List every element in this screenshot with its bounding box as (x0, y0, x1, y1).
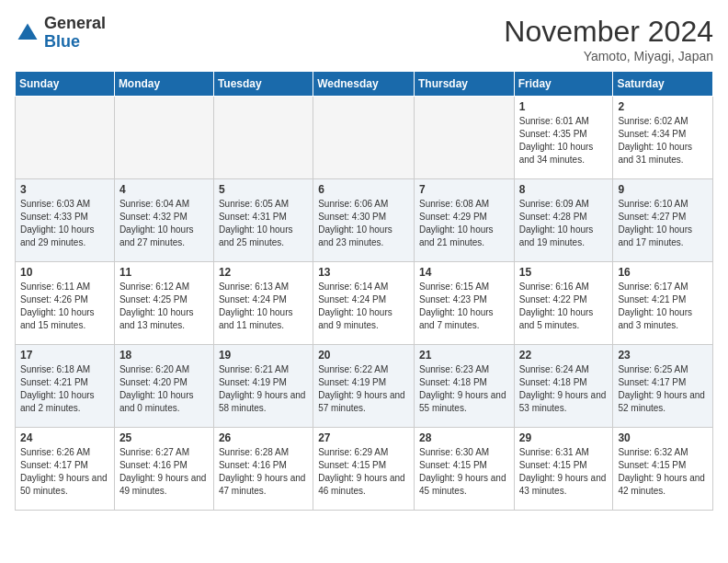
day-cell: 16Sunrise: 6:17 AMSunset: 4:21 PMDayligh… (613, 262, 713, 345)
day-cell: 12Sunrise: 6:13 AMSunset: 4:24 PMDayligh… (213, 262, 313, 345)
day-cell: 20Sunrise: 6:22 AMSunset: 4:19 PMDayligh… (313, 345, 415, 428)
day-cell: 2Sunrise: 6:02 AMSunset: 4:34 PMDaylight… (613, 97, 713, 179)
day-cell: 25Sunrise: 6:27 AMSunset: 4:16 PMDayligh… (114, 428, 213, 511)
day-number: 16 (618, 266, 708, 279)
day-cell: 24Sunrise: 6:26 AMSunset: 4:17 PMDayligh… (16, 428, 115, 511)
day-cell: 15Sunrise: 6:16 AMSunset: 4:22 PMDayligh… (514, 262, 613, 345)
day-info: Sunrise: 6:09 AMSunset: 4:28 PMDaylight:… (519, 198, 609, 249)
day-cell: 27Sunrise: 6:29 AMSunset: 4:15 PMDayligh… (313, 428, 415, 511)
day-cell: 6Sunrise: 6:06 AMSunset: 4:30 PMDaylight… (313, 179, 415, 262)
day-info: Sunrise: 6:17 AMSunset: 4:21 PMDaylight:… (618, 281, 708, 332)
day-info: Sunrise: 6:29 AMSunset: 4:15 PMDaylight:… (318, 446, 409, 498)
day-number: 26 (219, 431, 308, 444)
day-cell: 29Sunrise: 6:31 AMSunset: 4:15 PMDayligh… (514, 428, 613, 511)
day-number: 1 (519, 100, 609, 113)
day-info: Sunrise: 6:26 AMSunset: 4:17 PMDaylight:… (20, 446, 109, 498)
day-cell: 21Sunrise: 6:23 AMSunset: 4:18 PMDayligh… (414, 345, 514, 428)
day-info: Sunrise: 6:01 AMSunset: 4:35 PMDaylight:… (519, 115, 609, 167)
day-cell: 1Sunrise: 6:01 AMSunset: 4:35 PMDaylight… (514, 97, 613, 179)
day-number: 24 (20, 431, 109, 444)
day-cell: 5Sunrise: 6:05 AMSunset: 4:31 PMDaylight… (213, 179, 313, 262)
day-info: Sunrise: 6:21 AMSunset: 4:19 PMDaylight:… (219, 363, 308, 415)
day-info: Sunrise: 6:28 AMSunset: 4:16 PMDaylight:… (219, 446, 308, 498)
day-info: Sunrise: 6:14 AMSunset: 4:24 PMDaylight:… (318, 281, 409, 332)
day-number: 20 (318, 349, 409, 362)
day-info: Sunrise: 6:10 AMSunset: 4:27 PMDaylight:… (618, 198, 708, 249)
day-info: Sunrise: 6:08 AMSunset: 4:29 PMDaylight:… (419, 198, 509, 249)
day-cell: 8Sunrise: 6:09 AMSunset: 4:28 PMDaylight… (514, 179, 613, 262)
day-number: 9 (618, 183, 708, 196)
day-cell: 11Sunrise: 6:12 AMSunset: 4:25 PMDayligh… (114, 262, 213, 345)
logo-icon (15, 20, 40, 46)
day-info: Sunrise: 6:15 AMSunset: 4:23 PMDaylight:… (419, 281, 509, 332)
month-title: November 2024 (504, 15, 713, 49)
day-info: Sunrise: 6:31 AMSunset: 4:15 PMDaylight:… (519, 446, 609, 498)
day-info: Sunrise: 6:27 AMSunset: 4:16 PMDaylight:… (119, 446, 209, 498)
day-cell (414, 97, 514, 179)
col-header-sunday: Sunday (16, 72, 115, 97)
day-cell: 18Sunrise: 6:20 AMSunset: 4:20 PMDayligh… (114, 345, 213, 428)
day-cell: 7Sunrise: 6:08 AMSunset: 4:29 PMDaylight… (414, 179, 514, 262)
day-number: 10 (20, 266, 109, 279)
logo-text: General Blue (44, 15, 106, 52)
col-header-friday: Friday (514, 72, 613, 97)
day-cell: 3Sunrise: 6:03 AMSunset: 4:33 PMDaylight… (16, 179, 115, 262)
day-number: 19 (219, 349, 308, 362)
header: General Blue November 2024 Yamoto, Miyag… (15, 15, 713, 63)
week-row-5: 24Sunrise: 6:26 AMSunset: 4:17 PMDayligh… (16, 428, 713, 511)
day-info: Sunrise: 6:12 AMSunset: 4:25 PMDaylight:… (119, 281, 209, 332)
col-header-monday: Monday (114, 72, 213, 97)
day-number: 29 (519, 431, 609, 444)
col-header-thursday: Thursday (414, 72, 514, 97)
week-row-3: 10Sunrise: 6:11 AMSunset: 4:26 PMDayligh… (16, 262, 713, 345)
day-number: 7 (419, 183, 509, 196)
day-number: 30 (618, 431, 708, 444)
calendar: SundayMondayTuesdayWednesdayThursdayFrid… (15, 71, 713, 511)
day-info: Sunrise: 6:16 AMSunset: 4:22 PMDaylight:… (519, 281, 609, 332)
day-info: Sunrise: 6:18 AMSunset: 4:21 PMDaylight:… (20, 363, 109, 415)
day-number: 8 (519, 183, 609, 196)
day-number: 17 (20, 349, 109, 362)
day-cell: 9Sunrise: 6:10 AMSunset: 4:27 PMDaylight… (613, 179, 713, 262)
header-row: SundayMondayTuesdayWednesdayThursdayFrid… (16, 72, 713, 97)
day-number: 25 (119, 431, 209, 444)
day-cell (16, 97, 115, 179)
col-header-wednesday: Wednesday (313, 72, 415, 97)
day-cell (114, 97, 213, 179)
day-number: 15 (519, 266, 609, 279)
day-cell (213, 97, 313, 179)
day-number: 5 (219, 183, 308, 196)
day-number: 22 (519, 349, 609, 362)
day-cell: 19Sunrise: 6:21 AMSunset: 4:19 PMDayligh… (213, 345, 313, 428)
day-info: Sunrise: 6:24 AMSunset: 4:18 PMDaylight:… (519, 363, 609, 415)
day-number: 18 (119, 349, 209, 362)
day-cell: 23Sunrise: 6:25 AMSunset: 4:17 PMDayligh… (613, 345, 713, 428)
day-info: Sunrise: 6:13 AMSunset: 4:24 PMDaylight:… (219, 281, 308, 332)
day-number: 23 (618, 349, 708, 362)
day-info: Sunrise: 6:30 AMSunset: 4:15 PMDaylight:… (419, 446, 509, 498)
day-cell: 10Sunrise: 6:11 AMSunset: 4:26 PMDayligh… (16, 262, 115, 345)
day-number: 21 (419, 349, 509, 362)
day-cell: 4Sunrise: 6:04 AMSunset: 4:32 PMDaylight… (114, 179, 213, 262)
day-cell: 28Sunrise: 6:30 AMSunset: 4:15 PMDayligh… (414, 428, 514, 511)
day-number: 11 (119, 266, 209, 279)
day-info: Sunrise: 6:20 AMSunset: 4:20 PMDaylight:… (119, 363, 209, 415)
week-row-4: 17Sunrise: 6:18 AMSunset: 4:21 PMDayligh… (16, 345, 713, 428)
col-header-saturday: Saturday (613, 72, 713, 97)
day-number: 13 (318, 266, 409, 279)
day-info: Sunrise: 6:03 AMSunset: 4:33 PMDaylight:… (20, 198, 109, 249)
day-info: Sunrise: 6:25 AMSunset: 4:17 PMDaylight:… (618, 363, 708, 415)
day-number: 2 (618, 100, 708, 113)
day-cell: 13Sunrise: 6:14 AMSunset: 4:24 PMDayligh… (313, 262, 415, 345)
logo-general: General (44, 15, 106, 33)
day-number: 28 (419, 431, 509, 444)
svg-marker-0 (18, 23, 38, 40)
day-cell: 26Sunrise: 6:28 AMSunset: 4:16 PMDayligh… (213, 428, 313, 511)
day-cell: 30Sunrise: 6:32 AMSunset: 4:15 PMDayligh… (613, 428, 713, 511)
day-number: 14 (419, 266, 509, 279)
logo: General Blue (15, 15, 106, 52)
day-number: 6 (318, 183, 409, 196)
day-cell (313, 97, 415, 179)
title-block: November 2024 Yamoto, Miyagi, Japan (504, 15, 713, 63)
day-info: Sunrise: 6:05 AMSunset: 4:31 PMDaylight:… (219, 198, 308, 249)
